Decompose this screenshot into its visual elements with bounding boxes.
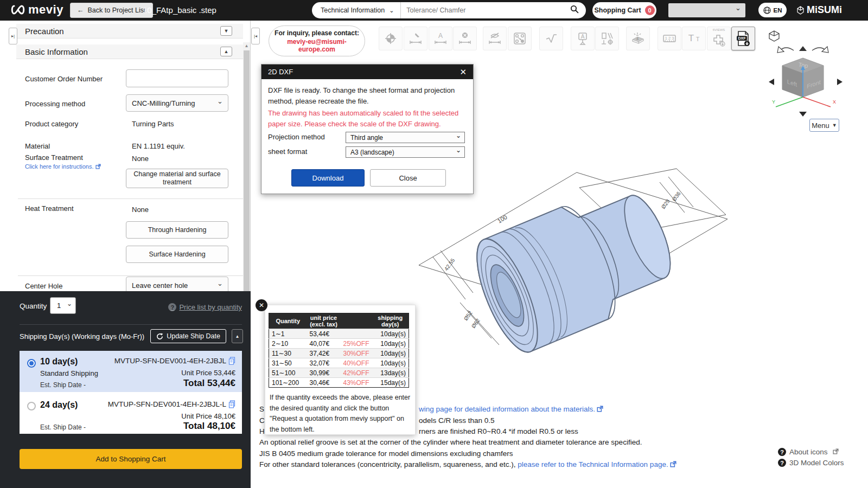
panel-collapse-button[interactable]: ▲ bbox=[232, 329, 243, 343]
customer-order-number-input[interactable] bbox=[126, 69, 228, 87]
external-link-icon bbox=[597, 406, 603, 414]
datum-target-icon-button[interactable] bbox=[379, 27, 403, 50]
popup-close-icon[interactable]: ✕ bbox=[256, 299, 267, 311]
cube-mode-icon[interactable] bbox=[769, 31, 779, 41]
precaution-expand-button[interactable]: ▼ bbox=[220, 26, 232, 36]
datum-flag-icon-button[interactable]: A bbox=[571, 27, 595, 50]
quantity-select[interactable]: 1 bbox=[50, 297, 76, 314]
search-icon[interactable] bbox=[570, 5, 586, 16]
section-precaution[interactable]: Precaution ▼ bbox=[16, 24, 243, 38]
rotate-up-arrow[interactable] bbox=[799, 46, 807, 51]
svg-text:A: A bbox=[438, 32, 443, 40]
search-bar: Technical Information ⌄ bbox=[312, 2, 586, 18]
projection-method-select[interactable]: Third angle bbox=[346, 132, 465, 143]
hole-group-icon-button[interactable] bbox=[508, 27, 532, 50]
svg-text:4: 4 bbox=[636, 36, 639, 41]
divider bbox=[18, 198, 243, 199]
back-to-project-list-button[interactable]: ← Back to Project List bbox=[70, 3, 153, 18]
close-button[interactable]: Close bbox=[370, 169, 446, 187]
refresh-icon bbox=[156, 333, 163, 340]
note-line-2: odels C/R less than 0.5 bbox=[419, 416, 495, 425]
helper-links: ? About icons ? 3D Model Colors bbox=[778, 448, 844, 470]
scroll-up-arrow[interactable]: ▲ bbox=[243, 42, 250, 50]
view-cube[interactable]: Top Left Front Y X bbox=[762, 30, 849, 119]
download-button[interactable]: Download bbox=[291, 169, 365, 187]
shipping-days-label: Shipping Day(s) (Working days (Mo-Fr)) bbox=[20, 332, 144, 341]
dxf-download-icon-button[interactable]: DXF bbox=[731, 27, 755, 50]
search-input[interactable] bbox=[401, 7, 570, 14]
contact-email-link[interactable]: meviy-eu@misumi-europe.com bbox=[269, 38, 365, 53]
language-button[interactable]: EN bbox=[758, 3, 787, 17]
add-to-shopping-cart-button[interactable]: Add to Shopping Cart bbox=[20, 449, 242, 469]
svg-text:X: X bbox=[833, 99, 836, 105]
sheet-format-select[interactable]: A3 (landscape) bbox=[346, 146, 465, 158]
external-link-icon bbox=[95, 164, 101, 170]
copy-document-icon[interactable] bbox=[228, 357, 235, 365]
measure-icon-button[interactable]: 1 2 3 bbox=[658, 27, 681, 50]
table-row: 1∼153,44€10day(s) bbox=[269, 329, 409, 339]
dim-dia-right-2: Ø29 bbox=[660, 198, 671, 210]
order-panel: Quantity 1 ?Price list by quantity Shipp… bbox=[0, 291, 251, 488]
dialog-close-icon[interactable]: ✕ bbox=[459, 67, 467, 77]
popup-note: If the quantity exceeds the above, pleas… bbox=[270, 393, 412, 435]
svg-text:1 2 3: 1 2 3 bbox=[665, 36, 674, 41]
technical-information-link[interactable]: please refer to the Technical Informatio… bbox=[518, 460, 668, 468]
surface-roughness-icon-button[interactable] bbox=[539, 27, 563, 50]
viewcube-menu-button[interactable]: Menu ▼ bbox=[809, 119, 839, 132]
svg-text:DXF: DXF bbox=[738, 36, 746, 40]
surface-finish-icon-button[interactable]: 4 bbox=[626, 27, 650, 50]
about-icons-link[interactable]: ? About icons bbox=[778, 448, 844, 456]
basic-info-collapse-button[interactable]: ▲ bbox=[220, 47, 232, 56]
svg-text:Y: Y bbox=[772, 99, 775, 105]
model-colors-link[interactable]: ? 3D Model Colors bbox=[778, 459, 844, 467]
radio-selected[interactable] bbox=[27, 359, 36, 368]
shipping-option-24-days[interactable]: 24 day(s) Est. Ship Date - MVTUP-SFN-DEV… bbox=[20, 392, 242, 434]
surface-hardening-button[interactable]: Surface Hardening bbox=[126, 246, 228, 263]
shipping-option-10-days[interactable]: 10 day(s) Standard Shipping Est. Ship Da… bbox=[20, 351, 242, 392]
x-axis bbox=[803, 97, 831, 107]
empty-dropdown[interactable] bbox=[668, 3, 745, 17]
hide-dimension-icon-button[interactable] bbox=[483, 27, 507, 50]
instructions-link[interactable]: Click here for instructions. bbox=[25, 163, 101, 170]
six-views-icon-button[interactable]: 6VIEWS bbox=[707, 27, 731, 50]
question-icon: ? bbox=[778, 459, 786, 467]
sidebar-collapse-handle[interactable]: ▸| bbox=[9, 28, 17, 44]
quantity-label: Quantity bbox=[20, 302, 47, 310]
update-ship-date-button[interactable]: Update Ship Date bbox=[150, 329, 226, 343]
dim-overall: 100 bbox=[496, 214, 508, 224]
materials-info-link[interactable]: wing page for detailed information about… bbox=[419, 405, 603, 414]
delete-dimension-icon-button[interactable] bbox=[453, 27, 477, 50]
text-icon-button[interactable]: TT bbox=[682, 27, 706, 50]
text-dimension-icon-button[interactable]: A bbox=[429, 27, 452, 50]
meviy-logo[interactable]: meviy bbox=[10, 3, 63, 17]
part-number: MVTUP-SFN-DEV001-4EH-2JBJL-L bbox=[108, 400, 235, 408]
customer-order-number-label: Customer Order Number bbox=[25, 75, 103, 83]
note-line-4: An optional relief groove is set at the … bbox=[259, 438, 642, 446]
divider bbox=[18, 275, 243, 276]
rotate-right-arrow[interactable] bbox=[812, 47, 828, 53]
surface-treatment-label: Surface Treatment bbox=[25, 153, 83, 162]
pan-left-arrow[interactable] bbox=[769, 79, 774, 85]
edit-dimension-icon-button[interactable] bbox=[404, 27, 427, 50]
top-bar: meviy ← Back to Project List 10_FAtp_bas… bbox=[0, 0, 868, 21]
copy-document-icon[interactable] bbox=[228, 400, 235, 408]
pan-right-arrow[interactable] bbox=[837, 79, 843, 85]
change-material-button[interactable]: Change material and surface treatment bbox=[126, 169, 228, 188]
through-hardening-button[interactable]: Through Hardening bbox=[126, 221, 228, 239]
table-row: 31∼5032,07€40%OFF10day(s) bbox=[269, 358, 409, 368]
main-collapse-handle[interactable]: |◂ bbox=[251, 28, 260, 44]
external-link-icon bbox=[670, 461, 676, 469]
section-basic-information[interactable]: Basic Information ▲ bbox=[16, 44, 243, 59]
logo-text: meviy bbox=[28, 3, 63, 17]
rotate-left-arrow[interactable] bbox=[777, 47, 794, 53]
file-title: 10_FAtp_basic .step bbox=[143, 5, 216, 15]
geometric-tolerance-icon-button[interactable] bbox=[595, 27, 619, 50]
radio-unselected[interactable] bbox=[27, 402, 36, 410]
rotate-down-arrow[interactable] bbox=[799, 112, 807, 117]
sidebar-scrollbar[interactable]: ▲ ▼ bbox=[243, 42, 250, 309]
shopping-cart-button[interactable]: Shopping Cart 0 bbox=[592, 2, 656, 18]
scrollbar-thumb[interactable] bbox=[244, 50, 250, 301]
processing-method-select[interactable]: CNC-Milling/Turning bbox=[126, 94, 228, 112]
price-list-link[interactable]: ?Price list by quantity bbox=[168, 303, 242, 311]
search-scope-dropdown[interactable]: Technical Information ⌄ bbox=[312, 2, 401, 18]
